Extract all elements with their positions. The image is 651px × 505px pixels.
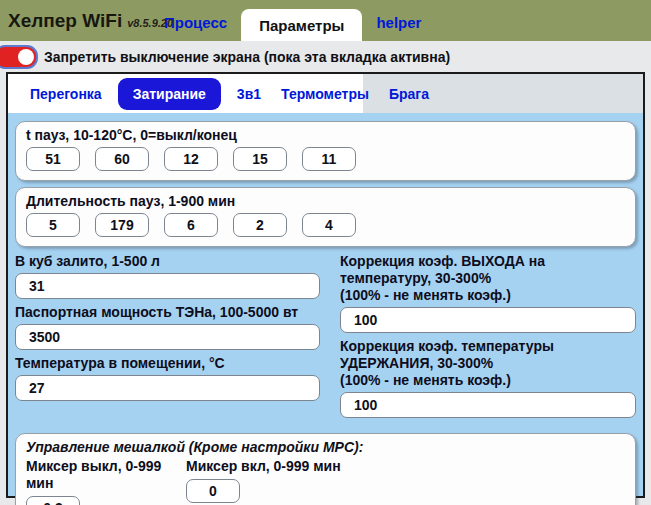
hold-coeff-label-line2: (100% - не менять коэф.) (340, 372, 636, 389)
mixer-on-input[interactable] (186, 479, 240, 503)
hold-coeff-input[interactable] (340, 392, 636, 418)
pause-temp-2-input[interactable] (95, 147, 149, 171)
section-tabstrip: Перегонка Затирание 3в1 Термометры Брага (8, 74, 643, 113)
screen-lock-toggle[interactable] (0, 45, 38, 69)
tab-peregonka[interactable]: Перегонка (20, 78, 112, 110)
parameters-panel: Перегонка Затирание 3в1 Термометры Брага… (6, 72, 645, 498)
tab-termometry[interactable]: Термометры (271, 78, 379, 110)
screen-lock-label: Запретить выключение экрана (пока эта вк… (44, 49, 450, 65)
pause-duration-3-input[interactable] (164, 213, 218, 237)
cube-volume-input[interactable] (15, 273, 320, 299)
pause-temps-label: t пауз, 10-120°C, 0=выкл/конец (26, 127, 625, 144)
out-coeff-input[interactable] (340, 307, 636, 333)
pause-temp-4-input[interactable] (233, 147, 287, 171)
app-version: v8.5.9.20 (127, 17, 173, 29)
hold-coeff-label-line1: Коррекция коэф. температуры УДЕРЖАНИЯ, 3… (340, 338, 636, 372)
right-column: Коррекция коэф. ВЫХОДА на температуру, 3… (340, 253, 636, 423)
room-temp-input[interactable] (15, 375, 320, 401)
tab-zatiranie[interactable]: Затирание (118, 78, 221, 110)
mixer-panel: Управление мешалкой (Кроме настройки МРС… (15, 433, 636, 505)
app-title: Хелпер WiFi (8, 10, 122, 32)
tab-3v1[interactable]: 3в1 (227, 78, 271, 110)
pause-durations-panel: Длительность пауз, 1-900 мин (15, 187, 636, 247)
pause-temp-5-input[interactable] (302, 147, 356, 171)
pause-duration-4-input[interactable] (233, 213, 287, 237)
mixer-on-group: Миксер вкл, 0-999 мин (186, 458, 346, 505)
form-content: t пауз, 10-120°C, 0=выкл/конец Длительно… (8, 113, 643, 505)
tab-braga[interactable]: Брага (379, 78, 439, 110)
tab-parameters[interactable]: Параметры (241, 9, 362, 41)
pause-duration-1-input[interactable] (26, 213, 80, 237)
mixer-title: Управление мешалкой (Кроме настройки МРС… (26, 439, 625, 455)
room-temp-label: Температура в помещении, °C (15, 355, 320, 372)
mixer-off-group: Миксер выкл, 0-999 мин (26, 458, 186, 505)
section-tablist: Перегонка Затирание 3в1 Термометры Брага (8, 74, 363, 113)
mixer-off-label: Миксер выкл, 0-999 мин (26, 458, 186, 492)
heater-power-label: Паспортная мощность ТЭНа, 100-5000 вт (15, 304, 320, 321)
screen-lock-row: Запретить выключение экрана (пока эта вк… (0, 41, 651, 72)
toggle-knob-icon (18, 49, 34, 65)
pause-temp-1-input[interactable] (26, 147, 80, 171)
pause-temps-panel: t пауз, 10-120°C, 0=выкл/конец (15, 121, 636, 181)
cube-volume-label: В куб залито, 1-500 л (15, 253, 320, 270)
heater-power-input[interactable] (15, 324, 320, 350)
pause-temp-3-input[interactable] (164, 147, 218, 171)
pause-duration-5-input[interactable] (302, 213, 356, 237)
tab-helper[interactable]: helper (362, 6, 435, 41)
out-coeff-label-line1: Коррекция коэф. ВЫХОДА на температуру, 3… (340, 253, 636, 287)
pause-duration-2-input[interactable] (95, 213, 149, 237)
out-coeff-label-line2: (100% - не менять коэф.) (340, 287, 636, 304)
mixer-on-label: Миксер вкл, 0-999 мин (186, 458, 346, 475)
pause-durations-label: Длительность пауз, 1-900 мин (26, 193, 625, 210)
mixer-off-input[interactable] (26, 496, 80, 505)
top-tabs: Процесс Параметры helper (150, 0, 435, 41)
left-column: В куб залито, 1-500 л Паспортная мощност… (15, 253, 320, 423)
app-header: Хелпер WiFi v8.5.9.20 Процесс Параметры … (0, 0, 651, 41)
